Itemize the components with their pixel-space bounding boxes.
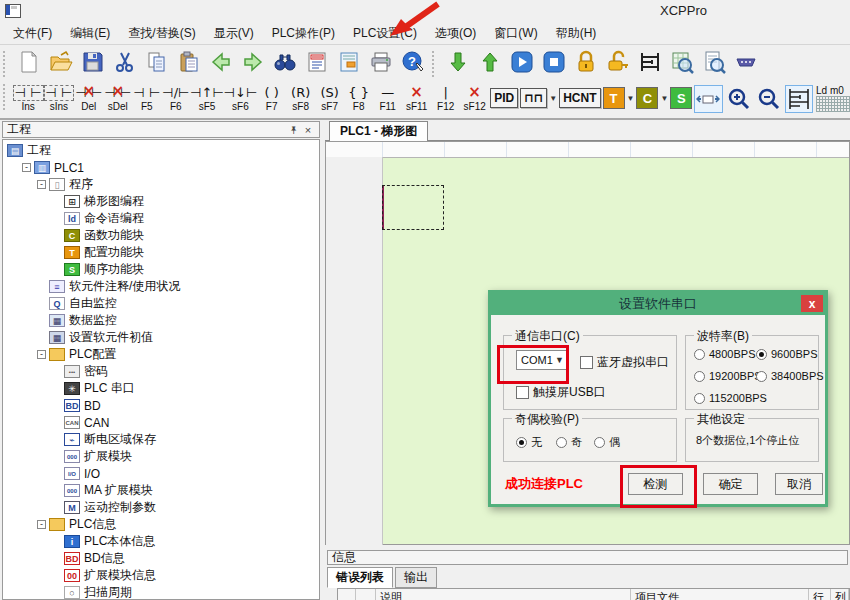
dialog-close-button[interactable]: x xyxy=(801,295,823,312)
sfc-button[interactable]: S xyxy=(670,86,692,110)
ladder-tool-sins[interactable]: ⊣ ⊢sIns xyxy=(45,84,74,117)
cut-button[interactable] xyxy=(110,49,140,79)
wave-button[interactable]: ⊓⊓▼ xyxy=(520,86,557,110)
tree-item[interactable]: ✳PLC 串口 xyxy=(3,380,319,397)
parity-option-1[interactable]: 奇 xyxy=(556,435,582,450)
ladder-tool-sf8[interactable]: (R)sF8 xyxy=(287,84,314,117)
pid-button[interactable]: PID xyxy=(490,86,518,110)
tree-item[interactable]: ○扫描周期 xyxy=(3,584,319,600)
tree-item[interactable]: 000扩展模块 xyxy=(3,448,319,465)
paste-button[interactable] xyxy=(174,49,204,79)
stop-button[interactable] xyxy=(539,49,569,79)
toolbar-grip[interactable] xyxy=(3,51,10,77)
tree-item[interactable]: S顺序功能块 xyxy=(3,261,319,278)
tree-item[interactable]: ⌁断电区域保存 xyxy=(3,431,319,448)
tree-item[interactable]: ▦数据监控 xyxy=(3,312,319,329)
timer-button[interactable]: T▼ xyxy=(603,86,635,110)
tree-item[interactable]: iPLC本体信息 xyxy=(3,533,319,550)
device-comment-button[interactable] xyxy=(302,49,332,79)
run-button[interactable] xyxy=(507,49,537,79)
back-arrow-button[interactable] xyxy=(206,49,236,79)
chevron-down-icon[interactable]: ▼ xyxy=(549,94,557,103)
pin-icon[interactable]: 🖈 xyxy=(287,124,301,136)
tree-expander-icon[interactable]: - xyxy=(22,163,31,172)
menu-f[interactable]: 文件(F) xyxy=(4,22,61,45)
counter-button[interactable]: C▼ xyxy=(636,86,668,110)
menu-w[interactable]: 窗口(W) xyxy=(485,22,546,45)
ladder-tool-ins[interactable]: ⊣ ⊢Ins xyxy=(14,84,43,117)
baud-4800bps[interactable]: 4800BPS xyxy=(694,348,755,360)
hcnt-button[interactable]: HCNT xyxy=(559,86,600,110)
baud-115200bps[interactable]: 115200BPS xyxy=(694,392,767,404)
tree-expander-icon[interactable]: - xyxy=(37,520,46,529)
tree-item[interactable]: •••密码 xyxy=(3,363,319,380)
ladder-tool-f12[interactable]: |F12 xyxy=(432,84,459,117)
baud-9600bps[interactable]: 9600BPS xyxy=(756,348,817,360)
copy-button[interactable] xyxy=(142,49,172,79)
menu-h[interactable]: 帮助(H) xyxy=(547,22,606,45)
ladder-tool-sf11[interactable]: ×sF11 xyxy=(403,84,430,117)
menu-plcc[interactable]: PLC设置(C) xyxy=(344,22,426,45)
print-button[interactable] xyxy=(366,49,396,79)
menu-o[interactable]: 选项(O) xyxy=(426,22,485,45)
ladder-tool-sf7[interactable]: (S)sF7 xyxy=(316,84,343,117)
info-tab-output[interactable]: 输出 xyxy=(395,567,437,588)
lock-button[interactable] xyxy=(571,49,601,79)
tree-item[interactable]: -PLC配置 xyxy=(3,346,319,363)
help-button[interactable]: ? xyxy=(398,49,428,79)
ok-button[interactable]: 确定 xyxy=(703,473,758,495)
ladder-tool-f8[interactable]: { }F8 xyxy=(345,84,372,117)
upload-button[interactable] xyxy=(475,49,505,79)
monitor-doc-button[interactable] xyxy=(334,49,364,79)
doc-search-button[interactable] xyxy=(699,49,729,79)
ladder-tool-sf12[interactable]: ×sF12 xyxy=(461,84,488,117)
cancel-button[interactable]: 取消 xyxy=(775,473,823,495)
toolbar-grip[interactable] xyxy=(432,51,439,77)
tree-item[interactable]: Q自由监控 xyxy=(3,295,319,312)
tree-item[interactable]: 000MA 扩展模块 xyxy=(3,482,319,499)
zoom-in-button[interactable] xyxy=(725,85,753,113)
download-button[interactable] xyxy=(443,49,473,79)
detect-button[interactable]: 检测 xyxy=(628,473,683,495)
tree-item[interactable]: T配置功能块 xyxy=(3,244,319,261)
menu-e[interactable]: 编辑(E) xyxy=(61,22,119,45)
touchscreen-usb-checkbox[interactable]: 触摸屏USB口 xyxy=(516,384,606,401)
pan-view-button[interactable] xyxy=(694,85,722,113)
ladder-tool-f5[interactable]: ⊣ ⊢F5 xyxy=(133,84,160,117)
tree-item[interactable]: ▤工程 xyxy=(3,142,319,159)
ladder-tool-sf5[interactable]: ⊣↑⊢sF5 xyxy=(191,84,222,117)
ladder-tool-del[interactable]: ⊣ ⊢×Del xyxy=(75,84,102,117)
parity-option-0[interactable]: 无 xyxy=(516,435,542,450)
tree-item[interactable]: -▥PLC1 xyxy=(3,159,319,176)
ladder-tool-f7[interactable]: ( )F7 xyxy=(258,84,285,117)
tree-expander-icon[interactable]: - xyxy=(37,350,46,359)
tree-item[interactable]: BDBD xyxy=(3,397,319,414)
close-icon[interactable]: × xyxy=(301,124,315,136)
zoom-out-button[interactable] xyxy=(755,85,783,113)
bluetooth-checkbox[interactable]: 蓝牙虚拟串口 xyxy=(580,354,669,371)
com-port-select[interactable]: COM1 ▼ xyxy=(516,350,568,370)
ladder-monitor-button[interactable] xyxy=(635,49,665,79)
menu-plcp[interactable]: PLC操作(P) xyxy=(263,22,344,45)
baud-38400bps[interactable]: 38400BPS xyxy=(756,370,824,382)
serial-port-button[interactable] xyxy=(731,49,761,79)
ladder-tool-f6[interactable]: ⊣/⊢F6 xyxy=(162,84,189,117)
tree-expander-icon[interactable]: - xyxy=(37,180,46,189)
menu-s[interactable]: 查找/替换(S) xyxy=(119,22,204,45)
open-folder-button[interactable] xyxy=(46,49,76,79)
tree-item[interactable]: M运动控制参数 xyxy=(3,499,319,516)
tree-item[interactable]: -▯程序 xyxy=(3,176,319,193)
tree-item[interactable]: -PLC信息 xyxy=(3,516,319,533)
info-tab-errors[interactable]: 错误列表 xyxy=(327,567,393,588)
tree-item[interactable]: 00扩展模块信息 xyxy=(3,567,319,584)
unlock-button[interactable] xyxy=(603,49,633,79)
chevron-down-icon[interactable]: ▼ xyxy=(627,94,635,103)
dialog-title[interactable]: 设置软件串口 xyxy=(491,293,825,315)
ladder-tool-f11[interactable]: —F11 xyxy=(374,84,401,117)
tree-item[interactable]: I/OI/O xyxy=(3,465,319,482)
forward-arrow-button[interactable] xyxy=(238,49,268,79)
tree-item[interactable]: ≡软元件注释/使用状况 xyxy=(3,278,319,295)
tree-item[interactable]: C函数功能块 xyxy=(3,227,319,244)
table-monitor-button[interactable] xyxy=(667,49,697,79)
tab-plc1-ladder[interactable]: PLC1 - 梯形图 xyxy=(329,121,428,141)
